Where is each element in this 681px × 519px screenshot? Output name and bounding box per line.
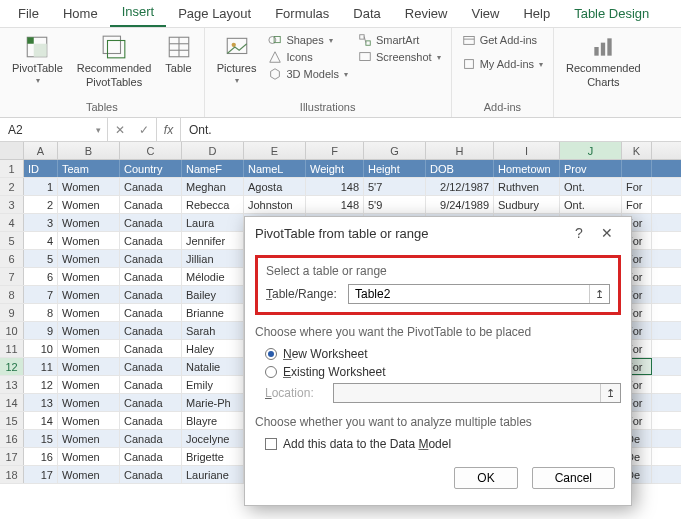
pivottable-dialog: PivotTable from table or range ? ✕ Selec… (244, 216, 632, 506)
location-input-wrap: ↥ (333, 383, 621, 403)
table-range-input[interactable] (349, 285, 589, 303)
cancel-button[interactable]: Cancel (532, 467, 615, 489)
multiple-label: Choose whether you want to analyze multi… (255, 415, 621, 429)
table-range-input-wrap: ↥ (348, 284, 610, 304)
select-range-label: Select a table or range (266, 264, 610, 278)
data-model-check-row[interactable]: Add this data to the Data Model (255, 435, 621, 453)
close-icon[interactable]: ✕ (593, 225, 621, 241)
collapse-dialog-icon[interactable]: ↥ (589, 285, 609, 303)
ok-button[interactable]: OK (454, 467, 517, 489)
location-label: Location: (265, 386, 325, 400)
help-icon[interactable]: ? (565, 225, 593, 241)
dialog-titlebar: PivotTable from table or range ? ✕ (245, 217, 631, 249)
data-model-label: Add this data to the Data Model (283, 437, 451, 451)
existing-ws-label: Existing Worksheet (283, 365, 386, 379)
new-ws-label: New Worksheet (283, 347, 367, 361)
existing-worksheet-radio-row[interactable]: Existing Worksheet (255, 363, 621, 381)
dialog-overlay: PivotTable from table or range ? ✕ Selec… (0, 0, 681, 519)
dialog-title: PivotTable from table or range (255, 226, 428, 241)
multiple-tables-section: Choose whether you want to analyze multi… (255, 415, 621, 453)
table-range-section: Select a table or range Table/Range: ↥ (255, 255, 621, 315)
placement-section: Choose where you want the PivotTable to … (255, 325, 621, 405)
table-range-label: Table/Range: (266, 287, 340, 301)
radio-off-icon (265, 366, 277, 378)
choose-where-label: Choose where you want the PivotTable to … (255, 325, 621, 339)
collapse-dialog-icon[interactable]: ↥ (600, 384, 620, 402)
location-input (334, 384, 600, 402)
new-worksheet-radio-row[interactable]: New Worksheet (255, 345, 621, 363)
checkbox-icon (265, 438, 277, 450)
radio-on-icon (265, 348, 277, 360)
